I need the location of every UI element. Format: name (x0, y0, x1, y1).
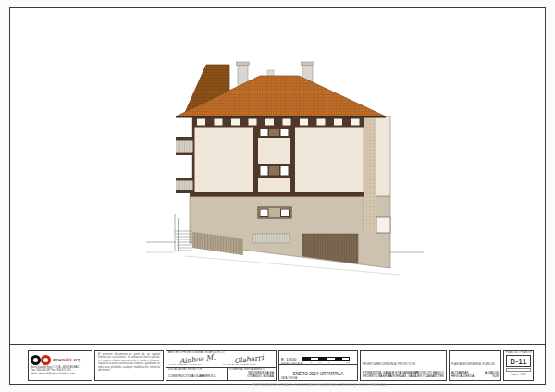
side-window-lower (176, 178, 193, 193)
window-module-row3 (258, 207, 291, 218)
architect-signature-box: ARKITEKTO PROIEKTUGILEAK / EL ARQUITECTO… (166, 350, 277, 381)
project-spanish-lines: PROYECTO BÁSICO 9 VIVIENDAS, GARAJES Y C… (388, 371, 444, 378)
scale-cell: ESKALA / ESCALA E. 1/100 012345 m (279, 351, 357, 365)
footer-print-note: PROIEKTU BASIKOA · OTXANDIO · B-11 ALTXA… (252, 383, 386, 386)
plan-number-box: PLANO ZK. / PLANO Nº B-11 Expte. : XXX (503, 350, 534, 381)
garage-door (302, 234, 358, 263)
window-module-row1 (258, 127, 290, 138)
plan-title-box: PLANOAREN IZENBURUA / PLANO DE ALTXAERAK… (449, 350, 501, 381)
project-title-box: PROIEKTUAREN IZENBURUA / PROYECTO DE ETX… (360, 350, 447, 381)
signature-right: Olabarri (234, 353, 265, 365)
scale-bar-labels: 012345 m (302, 361, 350, 363)
scale-value: E. 1/100 (281, 357, 296, 361)
plan-number-value: B-11 (510, 357, 527, 366)
disclaimer-text: El presente documento es parte de un ori… (98, 353, 160, 373)
date-value: ENERO 2024 URTARRILA (279, 372, 357, 376)
title-block: ametsArk scp María Díaz de Haro 7a 1ºA -… (28, 350, 537, 381)
logo-a-icon (31, 355, 41, 365)
ground-floor-door (376, 217, 390, 233)
drawing-sheet-page: ametsArk scp María Díaz de Haro 7a 1ºA -… (0, 0, 555, 392)
timber-eave-band (192, 117, 364, 128)
masonry-corner-strip (364, 117, 376, 234)
architect-logo-box: ametsArk scp María Díaz de Haro 7a 1ºA -… (28, 350, 92, 381)
signature-cell-left: AINHOA MENDIETA LEKUE, ark. Ainhoa M. (166, 355, 220, 367)
graphic-scale-bar (302, 357, 350, 361)
south-elevation-drawing (0, 0, 555, 392)
plan-number-frame: B-11 (506, 355, 531, 367)
scale-date-box: ESKALA / ESCALA E. 1/100 012345 m DATA /… (278, 350, 358, 381)
logo-o-icon (41, 355, 51, 365)
date-cell: DATA / FECHA ENERO 2024 URTARRILA (279, 365, 357, 381)
floor-band (190, 192, 364, 197)
location-line2: OTXANDIO, BIZKAIA (229, 375, 274, 379)
vent-grille (253, 234, 290, 243)
brand-name: ametsArk scp (53, 358, 80, 362)
promoter-value: CONSTRUCTORA OLABARRI S.L. (168, 374, 225, 378)
signature-cell-right: IMANOL OLABARRI BILBAO, ark. Olabarri (221, 355, 275, 367)
disclaimer-box: El presente documento es parte de un ori… (94, 350, 164, 381)
location-cell: KOKAPENA / EMPLAZAMIENTO INDUSIBIDE KALE… (228, 368, 276, 380)
logo-email: Email: ametsark@ametsarkitektura.com (31, 373, 90, 375)
expedient-number: Expte. : XXX (506, 373, 531, 376)
plan-spanish-lines: ALZADOS SUR (485, 371, 499, 378)
side-window-upper (176, 137, 193, 155)
plan-number-substrip (506, 368, 531, 372)
window-module-row2 (258, 164, 290, 178)
promoter-cell: SUSTATZAILEA / PROMOTOR CONSTRUCTORA OLA… (166, 368, 228, 380)
